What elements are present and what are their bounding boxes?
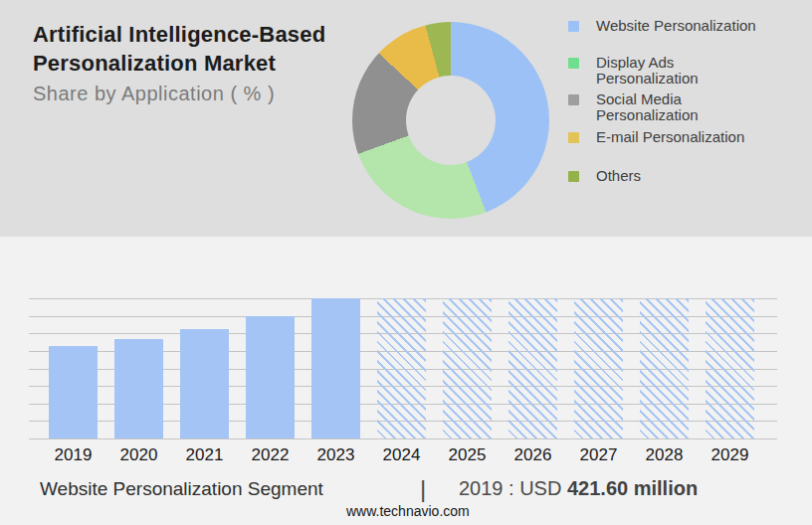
year-label: 2023 bbox=[317, 445, 355, 465]
forecast-bar-2025 bbox=[443, 298, 492, 438]
bar-slot-2027: 2027 bbox=[574, 298, 623, 438]
legend-swatch bbox=[568, 94, 579, 105]
bar-slot-2020: 2020 bbox=[114, 298, 163, 438]
legend-label: E-mail Personalization bbox=[596, 129, 744, 145]
legend-swatch bbox=[568, 58, 579, 69]
gridline bbox=[29, 438, 777, 439]
bar-slot-2028: 2028 bbox=[640, 298, 689, 438]
year-label: 2019 bbox=[55, 445, 93, 465]
bar-slot-2019: 2019 bbox=[49, 298, 98, 438]
bar-2019 bbox=[49, 346, 98, 438]
bar-chart: 2019202020212022202320242025202620272028… bbox=[29, 298, 777, 438]
year-label: 2028 bbox=[646, 445, 684, 465]
caption-value-amount: 421.60 million bbox=[567, 477, 698, 499]
legend-item: Website Personalization bbox=[568, 18, 802, 34]
website-url: www.technavio.com bbox=[346, 503, 470, 519]
caption-divider: | bbox=[420, 475, 426, 503]
caption-value: 2019 : USD 421.60 million bbox=[459, 477, 698, 500]
share-panel: Artificial Intelligence-Based Personaliz… bbox=[0, 0, 812, 237]
trend-panel: 2019202020212022202320242025202620272028… bbox=[0, 237, 812, 525]
legend-label: Social MediaPersonalization bbox=[596, 91, 699, 123]
chart-subtitle: Share by Application ( % ) bbox=[33, 83, 351, 105]
bar-slot-2023: 2023 bbox=[311, 298, 360, 438]
forecast-bar-2026 bbox=[508, 298, 557, 438]
legend-item: Social MediaPersonalization bbox=[568, 91, 802, 123]
legend-swatch bbox=[568, 171, 579, 182]
bar-slot-2029: 2029 bbox=[706, 298, 754, 438]
bar-slot-2021: 2021 bbox=[180, 298, 229, 438]
legend-swatch bbox=[568, 21, 579, 32]
year-label: 2024 bbox=[383, 445, 421, 465]
bar-2021 bbox=[180, 329, 229, 438]
page-title-line-1: Artificial Intelligence-Based bbox=[33, 20, 351, 49]
legend-item: Display AdsPersonalization bbox=[568, 55, 802, 87]
bar-2023 bbox=[311, 298, 360, 438]
bar-slot-2022: 2022 bbox=[246, 298, 295, 438]
forecast-bar-2024 bbox=[377, 298, 426, 438]
bar-slot-2025: 2025 bbox=[443, 298, 492, 438]
legend-label: Others bbox=[596, 168, 641, 184]
bar-2020 bbox=[114, 339, 163, 438]
page-title-line-2: Personalization Market bbox=[33, 49, 351, 78]
legend-item: E-mail Personalization bbox=[568, 129, 802, 145]
forecast-bar-2027 bbox=[574, 298, 623, 438]
year-label: 2029 bbox=[711, 445, 749, 465]
bar-slot-2024: 2024 bbox=[377, 298, 426, 438]
caption-segment-label: Website Personalization Segment bbox=[40, 478, 323, 500]
caption-row: Website Personalization Segment | 2019 :… bbox=[0, 478, 812, 504]
donut-legend: Website PersonalizationDisplay AdsPerson… bbox=[568, 18, 802, 184]
bar-2022 bbox=[246, 316, 295, 438]
year-label: 2026 bbox=[514, 445, 552, 465]
year-label: 2020 bbox=[120, 445, 158, 465]
legend-swatch bbox=[568, 132, 579, 143]
bar-slot-2026: 2026 bbox=[508, 298, 557, 438]
forecast-bar-2029 bbox=[706, 298, 754, 438]
year-label: 2021 bbox=[186, 445, 224, 465]
market-infographic: Artificial Intelligence-Based Personaliz… bbox=[0, 0, 812, 525]
bars-area: 2019202020212022202320242025202620272028… bbox=[29, 298, 777, 438]
donut-chart bbox=[352, 22, 549, 219]
title-block: Artificial Intelligence-Based Personaliz… bbox=[33, 20, 351, 105]
legend-item: Others bbox=[568, 168, 802, 184]
legend-label: Website Personalization bbox=[596, 18, 756, 34]
legend-label: Display AdsPersonalization bbox=[596, 55, 699, 87]
year-label: 2027 bbox=[580, 445, 618, 465]
year-label: 2025 bbox=[449, 445, 487, 465]
caption-value-prefix: 2019 : USD bbox=[459, 477, 567, 499]
forecast-bar-2028 bbox=[640, 298, 689, 438]
year-label: 2022 bbox=[252, 445, 290, 465]
